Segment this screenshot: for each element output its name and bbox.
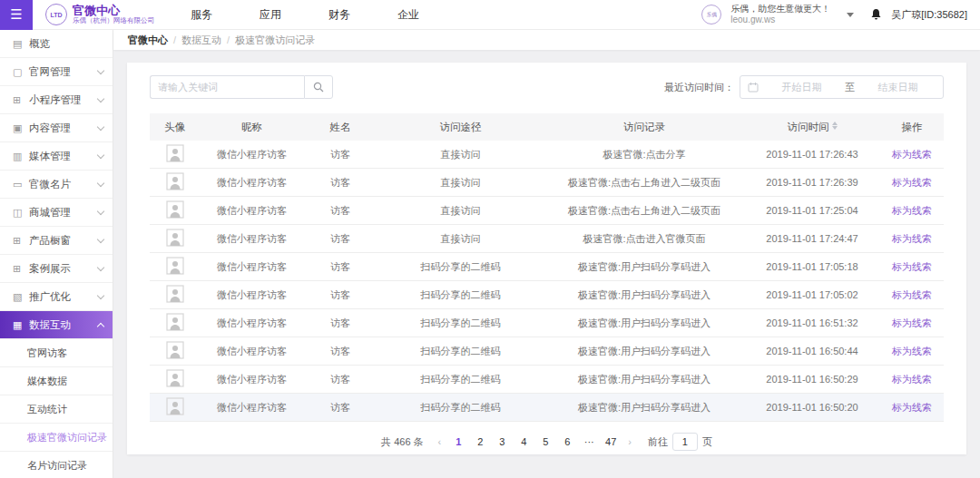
mark-as-lead-link[interactable]: 标为线索 — [892, 346, 932, 356]
sidebar-subitem-media-data[interactable]: 媒体数据 — [0, 367, 113, 395]
sidebar-item-promotion[interactable]: ▧推广优化 — [0, 283, 113, 311]
mark-as-lead-link[interactable]: 标为线索 — [892, 177, 932, 188]
breadcrumb-section[interactable]: 数据互动 — [181, 34, 221, 47]
cell-access-record: 极速官微:用户扫码分享码进入 — [544, 317, 744, 330]
sidebar-item-site-manage[interactable]: ▢官网管理 — [0, 58, 113, 86]
next-page-arrow-icon[interactable]: › — [624, 436, 635, 447]
sidebar-item-label: 数据互动 — [29, 318, 98, 332]
search-button[interactable] — [304, 75, 333, 99]
mark-as-lead-link[interactable]: 标为线索 — [892, 149, 932, 160]
sidebar-item-media-manage[interactable]: ▥媒体管理 — [0, 142, 113, 171]
sidebar-subitem-express-visit-records[interactable]: 极速官微访问记录 — [0, 424, 113, 452]
cell-access-record: 极速官微:点击分享 — [544, 148, 744, 161]
table-row: 微信小程序访客访客直接访问极速官微:点击进入官微页面2019-11-01 17:… — [150, 225, 944, 253]
page-number-6[interactable]: 6 — [559, 436, 575, 447]
mark-as-lead-link[interactable]: 标为线索 — [892, 374, 932, 385]
mark-as-lead-link[interactable]: 标为线索 — [892, 233, 932, 244]
cell-access-time: 2019-11-01 16:50:29 — [744, 374, 880, 385]
page-ellipsis: ··· — [581, 436, 597, 447]
goto-label: 前往 — [648, 435, 668, 449]
hamburger-menu-icon[interactable]: ☰ — [0, 0, 33, 30]
page-number-47[interactable]: 47 — [603, 436, 619, 447]
goto-page-input[interactable] — [672, 433, 698, 451]
sidebar-subitem-interaction-stats[interactable]: 互动统计 — [0, 395, 113, 424]
promotion-icon: ▧ — [13, 291, 29, 303]
mark-as-lead-link[interactable]: 标为线索 — [892, 317, 932, 328]
current-user[interactable]: 吴广琼[ID:35682] — [891, 8, 967, 22]
cell-avatar — [150, 285, 200, 305]
sidebar-item-product-showcase[interactable]: ⊞产品橱窗 — [0, 227, 113, 255]
cell-access-record: 极速官微:用户扫码分享码进入 — [544, 345, 744, 358]
sidebar-subitem-card-visit-records[interactable]: 名片访问记录 — [0, 452, 113, 478]
cell-name: 访客 — [304, 148, 377, 161]
col-header-path: 访问途径 — [377, 121, 544, 134]
sidebar-item-overview[interactable]: ▤概览 — [0, 30, 113, 58]
slogan-text: 乐偶，助您生意做更大！ — [730, 4, 830, 15]
topnav-item-finance[interactable]: 财务 — [328, 7, 350, 23]
header-right: 乐偶 乐偶，助您生意做更大！ leou.gw.ws 吴广琼[ID:35682] — [701, 4, 980, 25]
page-number-5[interactable]: 5 — [537, 436, 554, 447]
mark-as-lead-link[interactable]: 标为线索 — [892, 402, 932, 413]
table-row: 微信小程序访客访客直接访问极速官微:点击右上角进入二级页面2019-11-01 … — [150, 197, 944, 225]
topnav-item-apps[interactable]: 应用 — [260, 7, 281, 23]
search-icon — [313, 82, 324, 93]
business-card-icon: ▭ — [13, 179, 29, 190]
breadcrumb-root[interactable]: 官微中心 — [128, 34, 168, 47]
cell-access-path: 扫码分享的二维码 — [377, 401, 544, 415]
page-number-3[interactable]: 3 — [494, 436, 510, 447]
cell-name: 访客 — [304, 373, 377, 386]
avatar-placeholder-icon — [166, 397, 184, 415]
sidebar-item-content-manage[interactable]: ▣内容管理 — [0, 114, 113, 142]
sidebar-item-data-interaction[interactable]: ▦数据互动 — [0, 311, 113, 339]
page-number-2[interactable]: 2 — [472, 436, 488, 447]
main-content: 官微中心 / 数据互动 / 极速官微访问记录 最近 — [113, 30, 980, 478]
sidebar-item-label: 产品橱窗 — [29, 234, 98, 248]
cell-access-time: 2019-11-01 17:26:39 — [744, 177, 880, 188]
mark-as-lead-link[interactable]: 标为线索 — [892, 289, 932, 300]
table-row: 微信小程序访客访客扫码分享的二维码极速官微:用户扫码分享码进入2019-11-0… — [150, 253, 944, 281]
sidebar-item-label: 案例展示 — [29, 262, 98, 276]
mark-as-lead-link[interactable]: 标为线索 — [892, 261, 932, 272]
notification-bell-icon[interactable] — [870, 8, 882, 21]
cell-nickname: 微信小程序访客 — [200, 204, 304, 218]
mark-as-lead-link[interactable]: 标为线索 — [892, 205, 932, 216]
cell-access-path: 扫码分享的二维码 — [377, 288, 544, 302]
cell-avatar — [150, 172, 200, 192]
cell-action: 标为线索 — [880, 204, 944, 218]
page-number-4[interactable]: 4 — [515, 436, 532, 447]
topnav-item-enterprise[interactable]: 企业 — [397, 7, 419, 23]
chevron-down-icon — [97, 94, 104, 102]
sort-icon[interactable] — [832, 122, 838, 130]
sidebar-item-miniprogram-manage[interactable]: ⊞小程序管理 — [0, 86, 113, 114]
sidebar-item-label: 官微名片 — [29, 178, 98, 191]
website-icon: ▢ — [13, 66, 29, 78]
cell-access-time: 2019-11-01 17:24:47 — [744, 233, 880, 244]
sidebar-item-case-display[interactable]: ⊞案例展示 — [0, 255, 113, 283]
cell-avatar — [150, 200, 200, 220]
table-row: 微信小程序访客访客直接访问极速官微:点击右上角进入二级页面2019-11-01 … — [150, 169, 944, 197]
miniprogram-icon: ⊞ — [13, 94, 29, 106]
cell-access-record: 极速官微:用户扫码分享码进入 — [544, 401, 744, 415]
col-header-time[interactable]: 访问时间 — [744, 121, 880, 134]
sidebar-subitem-site-visitors[interactable]: 官网访客 — [0, 339, 113, 367]
prev-page-arrow-icon[interactable]: ‹ — [435, 436, 446, 447]
cell-avatar — [150, 144, 200, 164]
keyword-search-input[interactable] — [150, 75, 304, 99]
page-number-1[interactable]: 1 — [450, 436, 466, 447]
total-count: 共 466 条 — [381, 435, 423, 449]
cell-access-time: 2019-11-01 16:50:44 — [744, 346, 880, 356]
sidebar-item-official-card[interactable]: ▭官微名片 — [0, 171, 113, 199]
sidebar-item-mall-manage[interactable]: ◫商城管理 — [0, 199, 113, 227]
table-row: 微信小程序访客访客扫码分享的二维码极速官微:用户扫码分享码进入2019-11-0… — [150, 394, 944, 422]
date-range-picker[interactable]: 开始日期 至 结束日期 — [740, 75, 944, 99]
chevron-down-icon[interactable] — [847, 13, 854, 17]
brand-subtitle: 乐偶（杭州）网络有限公司 — [73, 17, 154, 24]
cell-action: 标为线索 — [880, 232, 944, 246]
topnav-item-services[interactable]: 服务 — [191, 7, 212, 23]
col-header-nickname: 昵称 — [200, 121, 304, 134]
cell-name: 访客 — [304, 176, 377, 190]
chevron-down-icon — [97, 151, 104, 158]
cell-name: 访客 — [304, 345, 377, 358]
end-date-placeholder: 结束日期 — [860, 81, 936, 94]
col-header-name: 姓名 — [304, 121, 377, 134]
